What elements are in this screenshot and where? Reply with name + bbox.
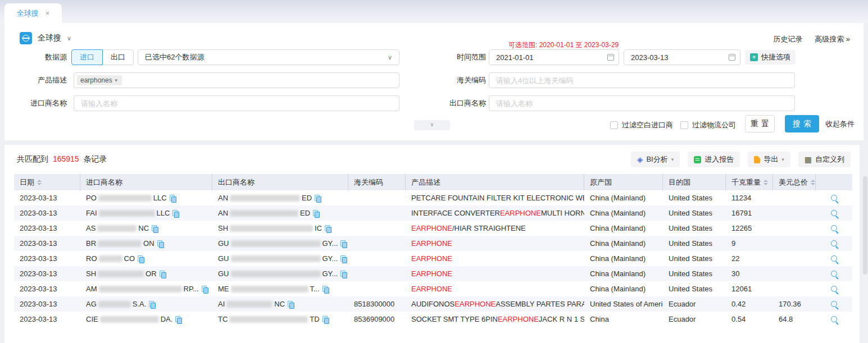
- copy-icon[interactable]: [340, 255, 346, 262]
- sort-icon[interactable]: [811, 180, 815, 185]
- chevron-down-icon[interactable]: ∨: [67, 35, 71, 42]
- export-toggle[interactable]: 出口: [102, 49, 134, 65]
- exporter-cell: AINC: [212, 296, 348, 312]
- copy-icon[interactable]: [157, 240, 163, 247]
- weight-kg-cell: 22: [726, 251, 773, 266]
- exporter-suffix: IC: [315, 224, 322, 232]
- search-detail-icon[interactable]: [831, 255, 837, 262]
- copy-icon[interactable]: [202, 286, 207, 292]
- sort-down-icon[interactable]: [811, 183, 815, 185]
- weight-kg-cell: 16791: [726, 205, 773, 221]
- results-panel: 共匹配到 165915 条记录 ◈ BI分析 ▾ 进入报告 导出 ▾ ▦ 自定义…: [4, 145, 860, 343]
- exporter-suffix: GY...: [322, 254, 338, 263]
- advanced-search-link[interactable]: 高级搜索 »: [815, 34, 850, 44]
- collapse-conditions-link[interactable]: 收起条件: [825, 115, 855, 132]
- start-date-input[interactable]: [489, 49, 619, 65]
- copy-icon[interactable]: [340, 240, 346, 247]
- product-desc-input[interactable]: earphones ▼: [74, 72, 399, 88]
- search-detail-icon[interactable]: [831, 240, 837, 246]
- exporter-prefix: ME: [218, 285, 229, 293]
- hs-code-cell: [348, 236, 406, 251]
- calendar-icon[interactable]: [729, 54, 735, 61]
- product-desc-cell: EARPHONE: [406, 251, 584, 266]
- search-detail-icon[interactable]: [831, 225, 837, 231]
- reset-button[interactable]: 重置: [745, 115, 775, 132]
- copy-icon[interactable]: [160, 271, 165, 277]
- checkbox-icon[interactable]: [680, 121, 688, 129]
- copy-icon[interactable]: [288, 301, 293, 308]
- importer-cell: ROCO: [80, 251, 212, 266]
- importer-input[interactable]: [74, 95, 399, 111]
- copy-icon[interactable]: [313, 210, 319, 217]
- search-detail-icon[interactable]: [831, 271, 837, 277]
- data-source-select[interactable]: 已选中62个数据源 ∨: [138, 49, 399, 65]
- copy-icon[interactable]: [340, 271, 346, 277]
- tag-caret-icon: ▼: [114, 78, 119, 83]
- importer-suffix: S.A.: [133, 300, 147, 308]
- weight-kg-cell: 11234: [726, 190, 773, 205]
- column-header-9: [816, 174, 852, 190]
- sort-up-icon[interactable]: [37, 180, 42, 182]
- sort-icon[interactable]: [764, 180, 768, 185]
- exporter-input[interactable]: [489, 95, 795, 111]
- copy-icon[interactable]: [149, 301, 154, 308]
- expand-conditions-button[interactable]: ∨: [414, 120, 450, 130]
- copy-icon[interactable]: [315, 195, 320, 202]
- export-button[interactable]: 导出 ▾: [748, 152, 790, 167]
- custom-columns-button[interactable]: ▦ 自定义列: [798, 152, 851, 167]
- product-text: MULTI HORN WIRE...: [541, 209, 584, 217]
- usd-total-cell: 64.8: [773, 312, 816, 327]
- product-tag[interactable]: earphones ▼: [77, 75, 122, 85]
- keyword-highlight: EARPHONE: [411, 254, 452, 263]
- end-date-input[interactable]: [624, 49, 740, 65]
- copy-icon[interactable]: [322, 316, 328, 323]
- checkbox-icon[interactable]: [610, 121, 618, 129]
- module-header[interactable]: 全球搜 ∨: [20, 32, 71, 44]
- copy-icon[interactable]: [322, 286, 328, 292]
- column-header-0[interactable]: 日期: [14, 174, 80, 190]
- copy-icon[interactable]: [175, 316, 181, 323]
- bi-analysis-button[interactable]: ◈ BI分析 ▾: [631, 152, 680, 167]
- enter-report-button[interactable]: 进入报告: [688, 152, 740, 167]
- search-detail-icon[interactable]: [831, 301, 837, 307]
- exporter-suffix: TD: [310, 315, 319, 323]
- column-header-7[interactable]: 千克重量: [726, 174, 773, 190]
- table-grid-icon: ▦: [805, 155, 812, 164]
- search-detail-icon[interactable]: [831, 316, 837, 322]
- importer-prefix: SH: [86, 269, 96, 278]
- exporter-cell: ANED: [212, 190, 348, 205]
- filter-logistics-checkbox[interactable]: 过滤物流公司: [680, 120, 736, 130]
- import-toggle[interactable]: 进口: [71, 49, 103, 65]
- history-link[interactable]: 历史记录: [773, 34, 802, 44]
- search-button[interactable]: 搜索: [785, 115, 819, 132]
- filter-blank-importer-checkbox[interactable]: 过滤空白进口商: [610, 120, 673, 130]
- search-detail-icon[interactable]: [831, 195, 837, 201]
- redacted-name: [231, 286, 308, 292]
- copy-icon[interactable]: [172, 210, 178, 217]
- sort-down-icon[interactable]: [764, 183, 768, 185]
- copy-icon[interactable]: [170, 195, 175, 202]
- hs-code-input[interactable]: [489, 72, 795, 88]
- redacted-name: [97, 225, 137, 232]
- close-icon[interactable]: ×: [46, 9, 50, 17]
- sort-up-icon[interactable]: [811, 180, 815, 182]
- column-header-8[interactable]: 美元总价: [773, 174, 816, 190]
- copy-icon[interactable]: [325, 225, 330, 232]
- copy-icon[interactable]: [152, 225, 157, 232]
- table-row: 2023-03-13ASNCSHICEARPHONE/HIAR STRAIGHT…: [14, 221, 852, 236]
- sort-up-icon[interactable]: [764, 180, 768, 182]
- search-detail-icon[interactable]: [831, 286, 837, 292]
- scrollbar-thumb[interactable]: [863, 176, 867, 275]
- quick-options-button[interactable]: ✳ 快捷选项: [745, 50, 796, 65]
- importer-prefix: AM: [86, 285, 97, 293]
- sort-down-icon[interactable]: [37, 183, 42, 185]
- hs-code-cell: [348, 266, 406, 281]
- sort-icon[interactable]: [37, 180, 42, 185]
- exporter-prefix: AN: [218, 209, 228, 217]
- copy-icon[interactable]: [138, 255, 143, 262]
- search-detail-icon[interactable]: [831, 210, 837, 216]
- usd-total-cell: 170.36: [773, 296, 816, 312]
- scrollbar[interactable]: [863, 175, 867, 343]
- calendar-icon[interactable]: [607, 54, 614, 61]
- tab-global-search[interactable]: 全球搜 ×: [4, 3, 62, 23]
